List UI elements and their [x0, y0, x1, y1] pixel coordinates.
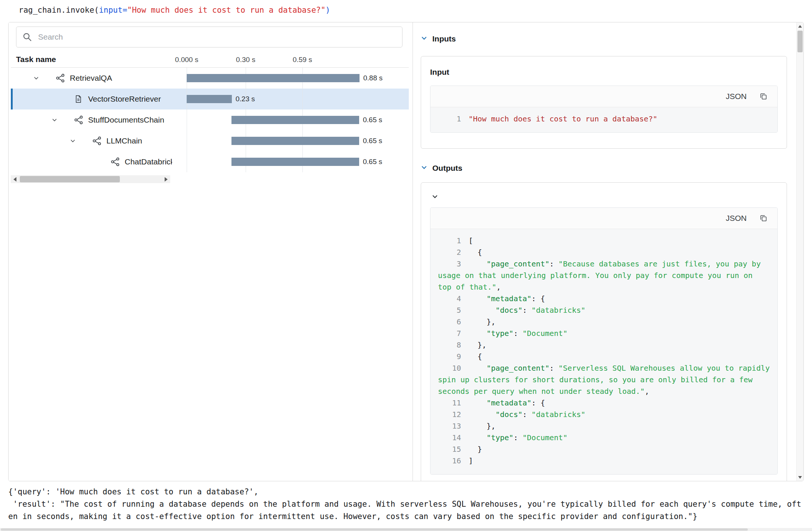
copy-button[interactable] — [759, 214, 768, 222]
trace-viewer-screen: rag_chain.invoke(input="How much does it… — [0, 0, 812, 531]
duration-bar[interactable] — [187, 95, 232, 103]
duration-label: 0.65 s — [363, 151, 382, 172]
chevron-down-icon — [421, 35, 427, 43]
input-field-label: Input — [430, 68, 778, 77]
output-code-box: JSON 1[2 {3 "page_content": "Because dat… — [430, 207, 778, 475]
input-json-content: 1"How much does it cost to run a databas… — [430, 107, 777, 132]
scroll-right-button[interactable] — [162, 175, 170, 183]
scroll-left-button[interactable] — [11, 175, 19, 183]
arrow-up-icon — [798, 25, 802, 28]
copy-button[interactable] — [759, 92, 768, 101]
timeline-tick-0: 0.000 s — [175, 56, 198, 64]
details-pane: Inputs Input JSON 1"How much does it cos… — [413, 22, 803, 481]
task-row-chatdatabricks[interactable]: ChatDatabricks 0.65 s — [11, 151, 409, 172]
inputs-title: Inputs — [432, 34, 456, 43]
task-name-label: RetrievalQA — [70, 74, 112, 83]
arrow-right-icon — [165, 177, 168, 182]
task-name-label: LLMChain — [106, 136, 142, 145]
task-row-stuffdocumentschain[interactable]: StuffDocumentsChain 0.65 s — [11, 109, 409, 130]
trace-panel: Task name 0.000 s 0.30 s 0.59 s — [8, 22, 804, 481]
output-card: JSON 1[2 {3 "page_content": "Because dat… — [421, 182, 787, 481]
tree-rows: RetrievalQA 0.88 s VectorStoreRetriever — [11, 68, 409, 172]
duration-bar[interactable] — [231, 116, 359, 124]
scroll-down-button[interactable] — [797, 473, 803, 481]
task-name-cell: StuffDocumentsChain — [11, 109, 172, 130]
input-code-box: JSON 1"How much does it cost to run a da… — [430, 86, 778, 133]
duration-label: 0.23 s — [236, 89, 255, 109]
search-box[interactable] — [16, 27, 402, 47]
timeline-tick-2: 0.59 s — [293, 56, 312, 64]
chain-icon — [56, 73, 65, 83]
task-name-label: ChatDatabricks — [125, 157, 172, 166]
task-tree-pane: Task name 0.000 s 0.30 s 0.59 s — [9, 22, 413, 481]
arrow-left-icon — [13, 177, 16, 182]
duration-bar[interactable] — [187, 74, 360, 82]
task-name-column-header: Task name — [16, 55, 56, 64]
invocation-result-text: {'query': 'How much does it cost to run … — [8, 486, 804, 523]
task-name-cell: LLMChain — [11, 130, 172, 151]
duration-label: 0.65 s — [363, 130, 382, 151]
timeline-tick-1: 0.30 s — [236, 56, 255, 64]
inputs-section-header[interactable]: Inputs — [421, 34, 787, 43]
details-vertical-scrollbar[interactable] — [796, 22, 803, 481]
task-name-cell: VectorStoreRetriever — [11, 89, 172, 109]
timeline-gridline — [187, 68, 187, 172]
tree-horizontal-scrollbar[interactable] — [11, 175, 170, 183]
arrow-down-icon — [798, 476, 802, 479]
outputs-title: Outputs — [432, 164, 462, 173]
task-row-vectorstoreretriever[interactable]: VectorStoreRetriever 0.23 s — [11, 89, 409, 109]
code-box-header: JSON — [430, 208, 777, 229]
invocation-code: rag_chain.invoke(input="How much does it… — [19, 4, 330, 16]
tree-area: Task name 0.000 s 0.30 s 0.59 s — [11, 52, 409, 172]
scrollbar-thumb[interactable] — [1, 528, 748, 531]
task-name-cell: ChatDatabricks — [11, 151, 172, 172]
search-input[interactable] — [37, 32, 402, 42]
duration-bar[interactable] — [231, 137, 359, 145]
copy-icon — [759, 92, 768, 101]
chain-icon — [74, 115, 84, 125]
tree-header: Task name 0.000 s 0.30 s 0.59 s — [11, 52, 409, 68]
outputs-section-header[interactable]: Outputs — [421, 164, 787, 173]
collapse-chevron-icon[interactable] — [432, 193, 438, 200]
document-icon — [74, 95, 84, 104]
duration-label: 0.65 s — [363, 109, 382, 130]
task-row-retrievalqa[interactable]: RetrievalQA 0.88 s — [11, 68, 409, 89]
chain-icon — [111, 157, 120, 167]
search-icon — [22, 32, 32, 42]
scrollbar-thumb[interactable] — [797, 31, 803, 52]
scroll-up-button[interactable] — [797, 22, 803, 30]
task-name-label: VectorStoreRetriever — [88, 95, 161, 104]
json-format-label: JSON — [726, 92, 747, 101]
copy-icon — [759, 214, 768, 222]
scrollbar-track[interactable] — [19, 175, 162, 183]
page-horizontal-scrollbar[interactable] — [0, 528, 812, 531]
duration-bar[interactable] — [231, 158, 359, 166]
chevron-down-icon[interactable] — [32, 75, 41, 81]
chain-icon — [92, 136, 102, 146]
task-name-cell: RetrievalQA — [11, 68, 172, 89]
chevron-down-icon[interactable] — [50, 117, 59, 123]
output-json-content: 1[2 {3 "page_content": "Because database… — [430, 229, 777, 474]
json-format-label: JSON — [726, 214, 747, 223]
chevron-down-icon[interactable] — [68, 138, 77, 144]
task-row-llmchain[interactable]: LLMChain 0.65 s — [11, 130, 409, 151]
chevron-down-icon — [421, 164, 427, 172]
code-box-header: JSON — [430, 86, 777, 107]
task-name-label: StuffDocumentsChain — [88, 115, 164, 124]
scrollbar-thumb[interactable] — [20, 176, 120, 182]
duration-label: 0.88 s — [363, 68, 383, 89]
input-card: Input JSON 1"How much does it cost to ru… — [421, 56, 787, 149]
